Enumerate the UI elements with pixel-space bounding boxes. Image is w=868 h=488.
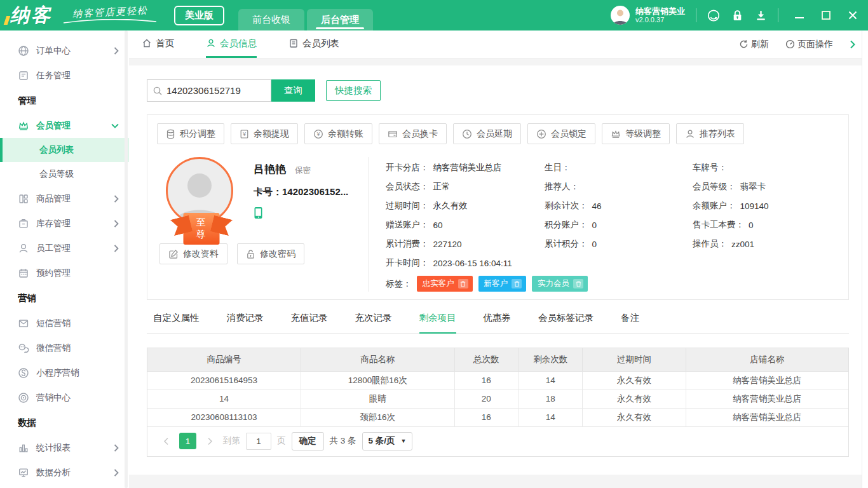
- sidebar-item-member-list[interactable]: 会员列表: [0, 138, 129, 162]
- sidebar-section-manage: 管理: [0, 88, 129, 113]
- tab-home[interactable]: 首页: [142, 30, 174, 58]
- tag-loyal-customer: 忠实客户: [417, 276, 473, 292]
- points-adjust-button[interactable]: 积分调整: [157, 123, 224, 144]
- confirm-page-button[interactable]: 确定: [292, 432, 324, 451]
- nav-front-cashier[interactable]: 前台收银: [238, 9, 304, 30]
- minimize-icon[interactable]: [793, 9, 806, 22]
- refresh-button[interactable]: 刷新: [739, 39, 769, 50]
- current-page-button[interactable]: 1: [179, 433, 196, 449]
- chevron-down-icon: [111, 123, 119, 128]
- trash-icon[interactable]: [458, 279, 468, 288]
- detail-points-account: 积分账户：0: [545, 215, 693, 234]
- close-icon[interactable]: [846, 9, 859, 22]
- balance-withdraw-button[interactable]: ¥ 余额提现: [231, 123, 298, 144]
- calendar-icon: [18, 268, 29, 279]
- sidebar-item-sms-marketing[interactable]: 短信营销: [0, 311, 129, 336]
- window-controls: [793, 9, 859, 22]
- detail-gift-account: 赠送账户：60: [386, 215, 545, 234]
- download-icon[interactable]: [754, 9, 767, 22]
- record-tabs: 自定义属性 消费记录 充值记录 充次记录 剩余项目 优惠券 会员标签记录 备注: [147, 312, 849, 334]
- sidebar-item-goods-manage[interactable]: 商品管理: [0, 186, 129, 211]
- edit-profile-button[interactable]: 修改资料: [159, 243, 227, 264]
- search-icon: [153, 86, 163, 96]
- prev-page-icon[interactable]: [158, 433, 173, 449]
- spacer: [129, 58, 868, 65]
- sidebar-item-miniapp-marketing[interactable]: 小程序营销: [0, 360, 129, 385]
- divider: [696, 8, 696, 22]
- edit-password-button[interactable]: 修改密码: [237, 243, 304, 264]
- sidebar-item-member-manage[interactable]: 会员管理: [0, 113, 129, 138]
- phone-icon[interactable]: [254, 207, 348, 219]
- page-actions-button[interactable]: 页面操作: [785, 39, 833, 50]
- sidebar-item-marketing-center[interactable]: 营销中心: [0, 385, 129, 410]
- sidebar-item-data-analysis[interactable]: 数据分析: [0, 460, 129, 485]
- tab-member-info[interactable]: 会员信息: [206, 30, 257, 58]
- member-name: 吕艳艳: [254, 162, 286, 177]
- tab-coupons[interactable]: 优惠券: [484, 312, 512, 334]
- level-adjust-button[interactable]: 等级调整: [602, 123, 670, 144]
- sidebar-item-label: 商品管理: [36, 193, 71, 205]
- tab-remaining-items[interactable]: 剩余项目: [419, 312, 456, 334]
- goto-page-input[interactable]: [246, 433, 271, 450]
- edition-badge[interactable]: 美业版: [174, 6, 224, 25]
- trash-icon[interactable]: [512, 279, 522, 288]
- sidebar-item-label: 订单中心: [36, 45, 71, 57]
- tab-remarks[interactable]: 备注: [621, 312, 639, 334]
- tab-count-recharge-records[interactable]: 充次记录: [355, 312, 392, 334]
- search-box: [147, 79, 271, 102]
- main-scrollbar[interactable]: [862, 30, 868, 488]
- pagination: 1 到第 页 确定 共 3 条 5 条/页 ▼: [147, 427, 848, 456]
- tab-custom-attributes[interactable]: 自定义属性: [153, 312, 200, 334]
- support-icon[interactable]: [707, 9, 720, 22]
- sidebar-item-label: 预约管理: [36, 268, 71, 279]
- nav-backend-manage[interactable]: 后台管理: [307, 9, 373, 30]
- tab-consume-records[interactable]: 消费记录: [227, 312, 264, 334]
- sidebar-scrollbar[interactable]: [125, 30, 128, 488]
- member-lock-button[interactable]: 会员锁定: [527, 123, 595, 144]
- table-row[interactable]: 14眼睛2018永久有效纳客营销美业总店: [147, 390, 848, 408]
- col-goods-name: 商品名称: [301, 348, 455, 371]
- yen-box-icon: ¥: [240, 129, 249, 139]
- trash-icon[interactable]: [573, 279, 583, 288]
- chevron-right-icon: [114, 245, 119, 252]
- card-swap-button[interactable]: 会员换卡: [379, 123, 447, 144]
- sidebar-item-task-manage[interactable]: 任务管理: [0, 63, 129, 88]
- tab-recharge-records[interactable]: 充值记录: [291, 312, 328, 334]
- search-input[interactable]: [166, 85, 266, 96]
- table-row[interactable]: 20230608113103颈部16次1614永久有效纳客营销美业总店: [147, 408, 848, 426]
- next-page-icon[interactable]: [202, 433, 217, 449]
- col-expire-time: 过期时间: [583, 348, 686, 371]
- sidebar-item-order-center[interactable]: 订单中心: [0, 38, 129, 63]
- sidebar-item-label: 库存管理: [36, 218, 71, 229]
- sidebar-item-booking-manage[interactable]: 预约管理: [0, 261, 129, 285]
- refresh-icon: [739, 39, 749, 49]
- chevron-right-icon: [114, 47, 119, 55]
- lock-icon[interactable]: [731, 9, 743, 22]
- profile-left: 至尊 吕艳艳 保密 卡号：14202306152...: [157, 157, 368, 292]
- detail-balance-account: 余额账户：109140: [693, 196, 839, 215]
- crown-icon: [18, 120, 29, 132]
- referral-list-button[interactable]: 推荐列表: [676, 123, 744, 144]
- tab-member-tag-records[interactable]: 会员标签记录: [538, 312, 593, 334]
- col-remaining-count: 剩余次数: [518, 348, 582, 371]
- page-size-select[interactable]: 5 条/页 ▼: [362, 432, 413, 451]
- quick-search-button[interactable]: 快捷搜索: [326, 80, 381, 101]
- sidebar-item-staff-manage[interactable]: 员工管理: [0, 236, 129, 261]
- maximize-icon[interactable]: [820, 9, 832, 22]
- sidebar-item-wechat-marketing[interactable]: 微信营销: [0, 336, 129, 360]
- clock-icon: [462, 129, 472, 139]
- balance-transfer-button[interactable]: ¥ 余额转账: [304, 123, 372, 144]
- header-nav: 前台收银 后台管理: [238, 9, 373, 30]
- query-button[interactable]: 查询: [271, 79, 315, 102]
- sidebar-item-inventory-manage[interactable]: 库存管理: [0, 211, 129, 236]
- collapse-chevron-icon[interactable]: [850, 40, 855, 49]
- tab-member-list[interactable]: 会员列表: [288, 30, 339, 58]
- table-row[interactable]: 2023061516495312800眼部16次1614永久有效纳客营销美业总店: [147, 371, 848, 390]
- member-details: 开卡分店：纳客营销美业总店 会员状态：正常 过期时间：永久有效 赠送账户：60 …: [368, 157, 839, 292]
- sidebar-item-statistics-report[interactable]: 统计报表: [0, 435, 129, 460]
- sidebar-section-data: 数据: [0, 410, 129, 435]
- detail-total-consume: 累计消费：227120: [386, 234, 545, 254]
- svg-text:¥: ¥: [316, 131, 320, 137]
- member-extend-button[interactable]: 会员延期: [453, 123, 521, 144]
- sidebar-item-member-level[interactable]: 会员等级: [0, 162, 129, 186]
